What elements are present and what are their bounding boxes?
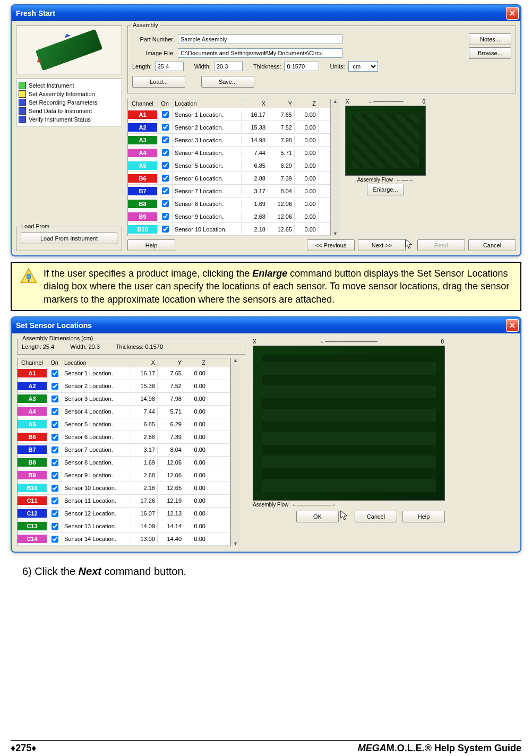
channel-on-checkbox[interactable] (162, 213, 169, 220)
channel-on-checkbox[interactable] (52, 408, 58, 415)
info-text: If the user specifies a product image, c… (44, 267, 513, 306)
channel-on-checkbox[interactable] (52, 421, 58, 428)
chevron-down-icon[interactable]: ▼ (233, 541, 238, 546)
cancel-button[interactable]: Cancel (468, 239, 516, 251)
chevron-down-icon[interactable]: ▼ (333, 231, 338, 236)
channel-table: ChannelOnLocationXYZA1Sensor 1 Location.… (17, 358, 230, 546)
channel-on-checkbox[interactable] (52, 446, 58, 453)
svg-rect-0 (27, 274, 31, 279)
length-input[interactable] (155, 62, 184, 71)
cancel-button[interactable]: Cancel (355, 511, 397, 522)
image-file-input[interactable] (178, 48, 342, 58)
scrollbar[interactable]: ▲▼ (230, 358, 240, 546)
ok-button[interactable]: OK (296, 511, 339, 522)
channel-on-checkbox[interactable] (52, 383, 58, 390)
pcb-preview (345, 106, 426, 176)
channel-on-checkbox[interactable] (162, 200, 169, 207)
close-icon[interactable]: ✕ (506, 319, 519, 332)
pcb-preview-large[interactable] (253, 346, 445, 501)
preview-panel: X←──────────────0 Assembly Flow←--------… (253, 339, 445, 546)
load-button[interactable]: Load... (132, 76, 185, 88)
notes-button[interactable]: Notes... (469, 33, 511, 45)
channel-on-checkbox[interactable] (52, 472, 58, 479)
table-row[interactable]: A5Sensor 5 Location.6.856.290.00 (128, 159, 330, 172)
channel-on-checkbox[interactable] (162, 111, 169, 118)
help-button[interactable]: Help (127, 239, 175, 251)
dimensions-legend: Assembly Dimensions (cm) (21, 335, 95, 341)
channel-on-checkbox[interactable] (162, 162, 169, 169)
table-row[interactable]: C11Sensor 11 Location.17.2612.190.00 (18, 495, 230, 508)
table-row[interactable]: A3Sensor 3 Location.14.987.980.00 (18, 393, 230, 406)
width-label: Width: (194, 63, 211, 70)
part-number-input[interactable] (178, 35, 342, 44)
channel-on-checkbox[interactable] (52, 485, 58, 492)
previous-button[interactable]: << Previous (307, 239, 355, 251)
save-button[interactable]: Save... (201, 76, 254, 88)
help-button[interactable]: Help (402, 511, 445, 522)
table-row[interactable]: B8Sensor 8 Location.1.6912.060.00 (18, 457, 230, 469)
channel-on-checkbox[interactable] (162, 124, 169, 131)
channel-on-checkbox[interactable] (52, 497, 58, 504)
channel-on-checkbox[interactable] (162, 175, 169, 182)
assembly-flow-label: Assembly Flow (357, 177, 393, 183)
channel-on-checkbox[interactable] (52, 396, 58, 402)
table-row[interactable]: A1Sensor 1 Location.16.177.650.00 (18, 367, 230, 380)
length-text: Length: 25.4 (22, 343, 54, 350)
scrollbar[interactable]: ▲▼ (330, 99, 340, 236)
close-icon[interactable]: ✕ (506, 7, 519, 20)
channel-on-checkbox[interactable] (52, 510, 58, 517)
units-select[interactable]: cm (348, 61, 378, 72)
table-row[interactable]: B6Sensor 6 Location.2.887.390.00 (128, 172, 330, 185)
table-row[interactable]: B8Sensor 8 Location.1.6912.060.00 (128, 197, 330, 210)
width-input[interactable] (214, 62, 243, 71)
thickness-input[interactable] (284, 62, 319, 71)
info-callout: If the user specifies a product image, c… (11, 262, 521, 311)
table-row[interactable]: A2Sensor 2 Location.15.387.520.00 (18, 380, 230, 393)
page-number: ♦275♦ (11, 743, 36, 754)
next-button[interactable]: Next >> (358, 239, 406, 251)
channel-on-checkbox[interactable] (52, 523, 58, 530)
channel-on-checkbox[interactable] (162, 226, 169, 233)
table-row[interactable]: C12Sensor 12 Location.16.0712.130.00 (18, 508, 230, 520)
thickness-text: Thickness: 0.1570 (116, 343, 163, 350)
table-row[interactable]: B7Sensor 7 Location.3.178.040.00 (128, 185, 330, 197)
load-from-instrument-button[interactable]: Load From Instrument (21, 233, 117, 244)
window-title: Set Sensor Locations (16, 321, 92, 330)
table-row[interactable]: A5Sensor 5 Location.6.856.290.00 (18, 418, 230, 431)
table-row[interactable]: B6Sensor 6 Location.2.887.390.00 (18, 431, 230, 444)
titlebar: Fresh Start ✕ (12, 5, 520, 21)
chevron-up-icon[interactable]: ▲ (333, 99, 338, 104)
loadfrom-legend: Load From (20, 223, 51, 229)
table-row[interactable]: B9Sensor 9 Location.2.6812.060.00 (128, 210, 330, 223)
loadfrom-group: Load From Load From Instrument (16, 227, 122, 251)
table-row[interactable]: C14Sensor 14 Location.13.0014.400.00 (18, 533, 230, 546)
table-row[interactable]: B10Sensor 10 Location.2.1812.650.00 (18, 482, 230, 495)
enlarge-button[interactable]: Enlarge... (367, 184, 404, 195)
chevron-up-icon[interactable]: ▲ (233, 358, 238, 363)
channel-on-checkbox[interactable] (162, 149, 169, 156)
table-row[interactable]: B10Sensor 10 Location.2.1812.650.00 (128, 223, 330, 236)
table-row[interactable]: A3Sensor 3 Location.14.987.980.00 (128, 134, 330, 147)
table-row[interactable]: C13Sensor 13 Location.14.0914.140.00 (18, 520, 230, 533)
window-title: Fresh Start (16, 9, 55, 18)
table-row[interactable]: A4Sensor 4 Location.7.445.710.00 (18, 406, 230, 418)
browse-button[interactable]: Browse... (469, 47, 511, 59)
channel-table: ChannelOnLocationXYZA1Sensor 1 Location.… (127, 99, 330, 236)
cursor-icon (405, 238, 414, 249)
table-row[interactable]: A4Sensor 4 Location.7.445.710.00 (128, 147, 330, 159)
channel-on-checkbox[interactable] (162, 136, 169, 143)
table-row[interactable]: B7Sensor 7 Location.3.178.040.00 (18, 444, 230, 457)
channel-on-checkbox[interactable] (52, 459, 58, 466)
wizard-step: Send Data to Instrument (19, 107, 119, 115)
wizard-steps: Select InstrumentSet Assembly Informatio… (16, 79, 122, 126)
table-row[interactable]: A2Sensor 2 Location.15.387.520.00 (128, 121, 330, 134)
channel-on-checkbox[interactable] (52, 434, 58, 441)
read-button: Read (417, 239, 465, 251)
table-row[interactable]: B9Sensor 9 Location.2.6812.060.00 (18, 469, 230, 482)
channel-on-checkbox[interactable] (52, 370, 58, 377)
table-row[interactable]: A1Sensor 1 Location.16.177.650.00 (128, 108, 330, 121)
axis-x: X (253, 339, 256, 345)
channel-on-checkbox[interactable] (52, 536, 58, 543)
guide-title: MEGAM.O.L.E.® Help System Guide (358, 743, 521, 754)
channel-on-checkbox[interactable] (162, 187, 169, 194)
